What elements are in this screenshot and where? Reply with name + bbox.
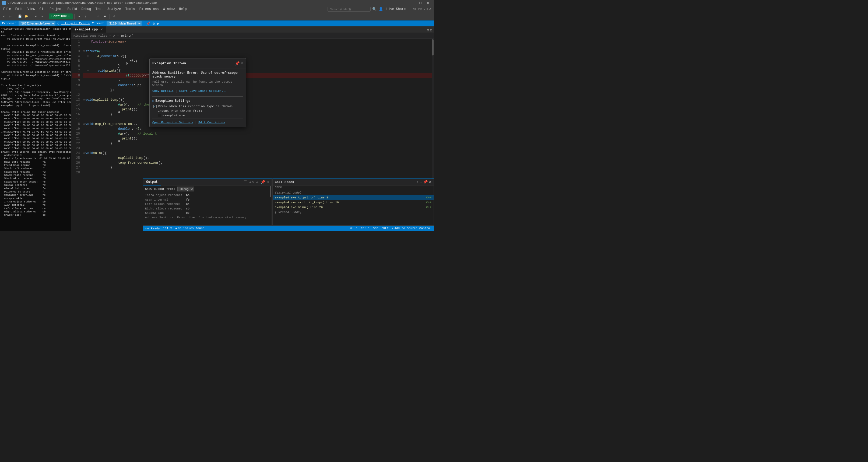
editor-split-icon[interactable]: ⊞ [427,28,429,33]
output-case-icon[interactable]: Aa [249,180,254,185]
output-pin-icon[interactable]: 📌 [260,179,266,185]
toolbar-threads[interactable]: ⚙ [112,13,117,20]
output-content: Show output from: Debug Intra object red… [143,185,272,221]
thread-select[interactable]: [21824] Main Thread [106,21,142,26]
toolbar-step-into[interactable]: ↓ [83,13,89,20]
process-select[interactable]: [18652] example4.exe [19,21,56,26]
toolbar-open[interactable]: 📂 [23,13,29,20]
toolbar-forward[interactable]: ▷ [7,13,13,20]
menu-tools[interactable]: Tools [123,6,137,12]
status-issues[interactable]: ● No issues found [175,227,205,230]
copy-details-link[interactable]: Copy Details [152,89,174,93]
lifecycle-label[interactable]: Lifecycle Events [61,22,90,25]
git-icon: ⬆ [392,227,394,230]
toolbar-restart[interactable]: ↺ [96,13,101,20]
toolbar-sep-5 [110,14,110,19]
output-tab[interactable]: Output [143,179,161,185]
process-label: Process: [2,22,17,25]
open-exception-settings-link[interactable]: Open Exception Settings [152,121,193,124]
tab-close-icon[interactable]: × [100,27,102,32]
show-output-select[interactable]: Debug [177,187,194,191]
pathbar-sep-1: ▸ [109,34,111,37]
minimize-button[interactable]: ─ [409,0,416,6]
exception-sub-message: Full error details can be found in the o… [152,80,243,87]
code-line-12 [83,93,432,97]
menu-edit[interactable]: Edit [13,6,25,12]
start-live-share-link[interactable]: Start Live Share session... [179,89,227,93]
menu-extensions[interactable]: Extensions [137,6,161,12]
add-source-control[interactable]: ⬆ Add to Source Control [392,227,432,230]
toolbar-step-over[interactable]: ↷ [76,13,82,20]
output-wrap-icon[interactable]: ⇌ [255,179,259,185]
exception-popup: Exception Thrown 📌 ✕ Address Sanitizer E… [149,58,246,127]
maximize-button[interactable]: □ [416,0,424,6]
live-share-button[interactable]: Live Share [384,6,408,12]
toolbar-step-out[interactable]: ↑ [89,13,95,20]
search-icon: 🔍 [372,7,376,11]
output-close-icon[interactable]: × [267,180,270,185]
code-line-17 [83,117,432,122]
code-line-24: ⊟void main() { [83,151,432,156]
pathbar-structa: A [113,34,115,37]
example4-exe-row: example4.exe [152,114,243,117]
close-button[interactable]: ✕ [424,0,432,6]
call-stack-row-main[interactable]: example4.exe!main() Line 26 C++ [273,205,434,210]
continue-button[interactable]: Continue ▾ [49,13,73,20]
menu-window[interactable]: Window [161,6,177,12]
check-circle-icon: ● [175,227,177,230]
break-when-thrown-row: ✓ Break when this exception type is thro… [152,104,243,108]
toolbar-stop[interactable]: ■ [102,13,108,20]
menu-git[interactable]: Git [37,6,48,12]
output-filter-icon[interactable]: ☰ [243,179,248,185]
debug-bar-controls: 📌 ⚙ ▶ [146,21,160,26]
editor-tab-example4[interactable]: example4.cpp × [71,26,106,33]
call-stack-close-icon[interactable]: × [429,180,431,185]
search-input[interactable] [328,7,371,11]
example4-exe-label: example4.exe [162,114,185,117]
toolbar-undo[interactable]: ↩ [33,13,39,20]
call-stack-down-icon[interactable]: ↓ [420,180,422,185]
exception-title: Exception Thrown [152,61,186,65]
call-stack-row-external-1[interactable]: [External Code] [273,190,434,195]
menu-analyze[interactable]: Analyze [105,6,123,12]
break-when-thrown-checkbox[interactable]: ✓ [153,105,157,108]
code-line-11: }; [83,88,432,93]
lifecycle-icon: ▢ [58,22,59,25]
status-crlf[interactable]: CRLF [381,227,389,230]
menu-file[interactable]: File [1,6,13,12]
output-panel: Output ☰ Aa ⇌ 📌 × Show output from: Debu… [143,179,272,226]
status-zoom[interactable]: 111 % [163,227,172,230]
continue-label: Continue [52,14,67,18]
output-row-2: ASan internal: fe [145,197,270,202]
editor-settings-icon[interactable]: ⚙ [430,28,432,33]
call-stack-pin-icon[interactable]: 📌 [423,180,428,185]
call-stack-row-explicit-temp[interactable]: example4.exe!explicit_temp() Line 16 C++ [273,200,434,205]
menu-debug[interactable]: Debug [79,6,93,12]
edit-conditions-link[interactable]: Edit Conditions [198,121,225,124]
exception-close-button[interactable]: ✕ [241,61,243,66]
terminal-panel[interactable]: ==18652==ERROR: AddressSanitizer: stack-… [0,26,71,231]
call-stack-row-print[interactable]: example4.exe!A::print() Line 8 C++ [273,195,434,200]
main-layout: ==18652==ERROR: AddressSanitizer: stack-… [0,26,434,231]
pathbar-sep-2: ▸ [117,34,119,37]
toolbar-redo[interactable]: ↪ [39,13,45,20]
menu-build[interactable]: Build [65,6,79,12]
menu-help[interactable]: Help [177,6,189,12]
call-stack-up-icon[interactable]: ↑ [416,180,419,185]
menu-view[interactable]: View [25,6,37,12]
example4-exe-checkbox[interactable] [158,114,161,117]
title-bar-left: C:\MSDN\cpp-docs-pr\docs\c-language\ASAN… [2,1,157,5]
call-stack-row-external-2[interactable]: [External Code] [273,210,434,215]
menu-test[interactable]: Test [93,6,105,12]
status-spaces[interactable]: SPC [373,227,378,230]
menu-project[interactable]: Project [48,6,65,12]
toolbar-save[interactable]: 💾 [17,13,23,20]
code-line-2 [83,44,432,49]
status-ready[interactable]: ⊙ ⊙ Ready [145,227,160,230]
exception-header-actions: 📌 ✕ [235,61,243,66]
toolbar-sep-3 [47,14,47,19]
pin-icon[interactable]: 📌 [235,61,240,66]
debug-bar: Process: [18652] example4.exe ▢ Lifecycl… [0,21,434,26]
status-ln-col[interactable]: Ln: 8 Ch: 1 [348,227,370,230]
toolbar-back[interactable]: ◁ [1,13,7,20]
